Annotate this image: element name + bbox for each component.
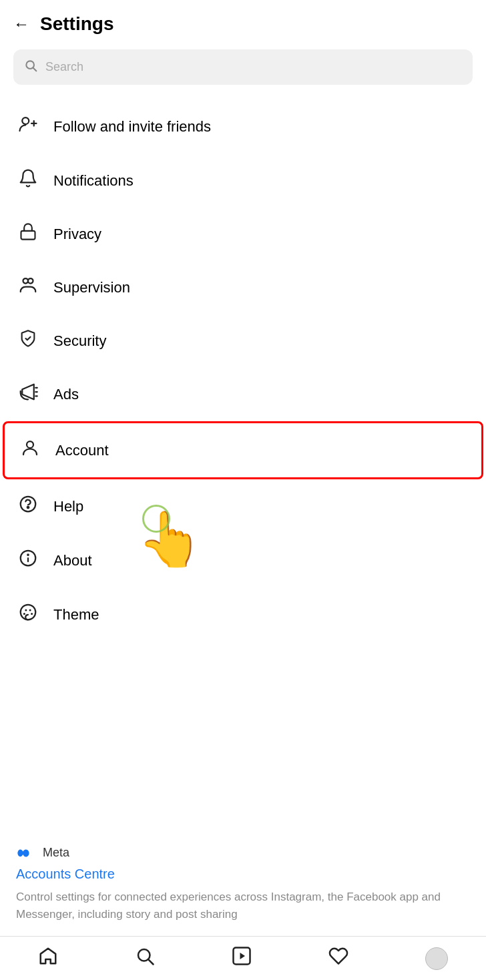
- help-icon: [16, 494, 40, 519]
- notifications-label: Notifications: [53, 172, 134, 190]
- back-button[interactable]: ←: [13, 15, 29, 33]
- sidebar-item-account[interactable]: Account: [3, 421, 483, 479]
- menu-list: Follow and invite friends Notifications …: [0, 93, 486, 832]
- sidebar-item-privacy[interactable]: Privacy: [0, 208, 486, 260]
- bottom-nav: [0, 936, 486, 980]
- account-label: Account: [55, 442, 109, 459]
- meta-logo-icon: [16, 847, 37, 859]
- person-icon: [18, 438, 42, 463]
- bell-icon: [16, 168, 40, 193]
- megaphone-icon: [16, 382, 40, 407]
- svg-marker-26: [240, 953, 245, 959]
- about-label: About: [53, 552, 92, 569]
- follow-label: Follow and invite friends: [53, 118, 211, 136]
- info-icon: [16, 548, 40, 573]
- sidebar-item-about[interactable]: About: [0, 533, 486, 587]
- search-placeholder: Search: [45, 60, 83, 74]
- meta-section: Meta Accounts Centre Control settings fo…: [0, 832, 486, 936]
- theme-label: Theme: [53, 606, 99, 624]
- svg-point-14: [27, 507, 29, 509]
- sidebar-item-follow[interactable]: Follow and invite friends: [0, 99, 486, 154]
- svg-point-19: [23, 613, 25, 615]
- header: ← Settings: [0, 0, 486, 41]
- svg-point-13: [21, 497, 36, 512]
- privacy-label: Privacy: [53, 226, 101, 243]
- meta-logo-row: Meta: [16, 846, 470, 860]
- profile-avatar[interactable]: [425, 947, 448, 970]
- sidebar-item-notifications[interactable]: Notifications: [0, 154, 486, 208]
- sidebar-item-theme[interactable]: Theme: [0, 587, 486, 642]
- palette-icon: [16, 602, 40, 627]
- svg-marker-8: [22, 385, 34, 400]
- sidebar-item-security[interactable]: Security: [0, 314, 486, 367]
- sidebar-item-ads[interactable]: Ads: [0, 367, 486, 421]
- shield-icon: [16, 329, 40, 352]
- svg-point-22: [31, 613, 33, 615]
- search-bar[interactable]: Search: [13, 49, 473, 85]
- svg-line-1: [33, 68, 37, 71]
- meta-description: Control settings for connected experienc…: [16, 889, 470, 923]
- follow-icon: [16, 114, 40, 139]
- supervision-label: Supervision: [53, 279, 130, 296]
- svg-point-21: [29, 609, 31, 611]
- sidebar-item-help[interactable]: Help: [0, 479, 486, 533]
- sidebar-item-supervision[interactable]: Supervision: [0, 260, 486, 314]
- svg-line-24: [149, 960, 154, 965]
- accounts-centre-link[interactable]: Accounts Centre: [16, 867, 470, 882]
- help-label: Help: [53, 498, 83, 515]
- home-nav-icon[interactable]: [38, 946, 58, 971]
- svg-point-7: [28, 278, 33, 284]
- ads-label: Ads: [53, 386, 79, 403]
- page-title: Settings: [40, 13, 113, 35]
- meta-label: Meta: [43, 846, 69, 860]
- svg-point-2: [22, 117, 29, 124]
- heart-nav-icon[interactable]: [328, 946, 348, 971]
- svg-point-20: [25, 609, 27, 611]
- security-label: Security: [53, 332, 106, 350]
- lock-icon: [16, 222, 40, 246]
- search-nav-icon[interactable]: [135, 946, 155, 971]
- supervision-icon: [16, 275, 40, 300]
- search-icon: [24, 59, 37, 75]
- reels-nav-icon[interactable]: [232, 946, 252, 971]
- svg-point-18: [21, 605, 36, 620]
- svg-rect-5: [21, 231, 35, 240]
- svg-point-12: [27, 441, 33, 448]
